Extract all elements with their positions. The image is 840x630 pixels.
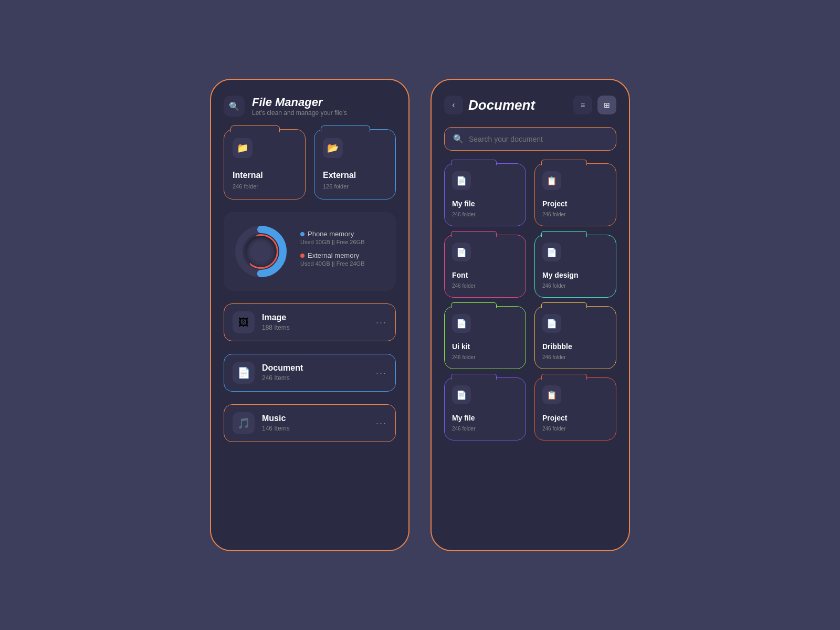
donut-chart (232, 223, 290, 280)
myfile-detail-1: 246 folder (452, 212, 475, 217)
app-title: File Manager (252, 96, 347, 109)
list-view-icon: ≡ (581, 101, 585, 109)
external-dot (300, 254, 304, 258)
document-text: Document 246 Items (262, 363, 369, 382)
image-text: Image 188 Items (262, 313, 369, 332)
music-name: Music (262, 414, 369, 423)
myfile-icon-1: 📄 (452, 171, 471, 190)
document-detail: 246 Items (262, 374, 290, 382)
project-detail-2: 246 folder (542, 426, 565, 432)
document-name: Document (262, 363, 369, 373)
list-view-button[interactable]: ≡ (573, 96, 592, 114)
uikit-name: Ui kit (452, 342, 518, 351)
storage-info: Phone memory Used 10GB || Free 26GB Exte… (300, 230, 387, 273)
project-name-1: Project (542, 200, 608, 208)
screens-container: 🔍 File Manager Let's clean and manage yo… (210, 79, 630, 551)
left-phone: 🔍 File Manager Let's clean and manage yo… (210, 79, 410, 551)
music-detail: 146 Items (262, 425, 290, 432)
dribbble-icon: 📄 (542, 314, 561, 333)
uikit-detail: 246 folder (452, 354, 475, 360)
external-detail: 126 folder (323, 183, 349, 190)
project-name-2: Project (542, 414, 608, 422)
mydesign-name: My design (542, 271, 608, 279)
app-subtitle: Let's clean and manage your file's (252, 109, 347, 117)
document-list-item[interactable]: 📄 Document 246 Items ··· (224, 354, 396, 392)
external-label: External (323, 171, 387, 180)
back-icon: ‹ (452, 100, 455, 110)
grid-folders: 📄 My file 246 folder 📋 Project 246 folde… (444, 163, 616, 440)
storage-section: Phone memory Used 10GB || Free 26GB Exte… (224, 212, 396, 291)
phone-detail: Used 10GB || Free 26GB (300, 239, 387, 245)
music-list-item[interactable]: 🎵 Music 146 Items ··· (224, 404, 396, 442)
external-mem-label: External memory (308, 251, 359, 259)
external-folder[interactable]: 📂 External 126 folder (314, 129, 396, 200)
uikit-folder[interactable]: 📄 Ui kit 246 folder (444, 306, 526, 369)
font-detail: 246 folder (452, 283, 475, 289)
folder-icon-external: 📂 (323, 138, 343, 158)
myfile-folder-1[interactable]: 📄 My file 246 folder (444, 163, 526, 226)
myfile-name-1: My file (452, 200, 518, 208)
search-bar: 🔍 (444, 127, 616, 151)
music-text: Music 146 Items (262, 414, 369, 433)
font-name: Font (452, 271, 518, 279)
music-more-icon[interactable]: ··· (376, 418, 387, 429)
back-button[interactable]: ‹ (444, 96, 463, 114)
image-name: Image (262, 313, 369, 322)
mydesign-folder[interactable]: 📄 My design 246 folder (534, 235, 616, 298)
internal-folder[interactable]: 📁 Internal 246 folder (224, 129, 306, 200)
project-folder-2[interactable]: 📋 Project 246 folder (534, 377, 616, 440)
folder-icon-internal: 📁 (233, 138, 253, 158)
search-input[interactable] (469, 135, 607, 143)
image-detail: 188 Items (262, 324, 290, 331)
doc-title: Document (468, 97, 568, 113)
uikit-icon: 📄 (452, 314, 471, 333)
myfile-name-2: My file (452, 414, 518, 422)
folder-row: 📁 Internal 246 folder 📂 External 126 fol… (224, 129, 396, 200)
grid-view-icon: ⊞ (604, 101, 610, 109)
document-more-icon[interactable]: ··· (376, 368, 387, 379)
dribbble-folder[interactable]: 📄 Dribbble 246 folder (534, 306, 616, 369)
mydesign-detail: 246 folder (542, 283, 565, 289)
font-folder[interactable]: 📄 Font 246 folder (444, 235, 526, 298)
external-memory: External memory Used 40GB || Free 24GB (300, 251, 387, 267)
myfile-folder-2[interactable]: 📄 My file 246 folder (444, 377, 526, 440)
phone-label: Phone memory (308, 230, 354, 238)
right-phone: ‹ Document ≡ ⊞ 🔍 📄 My file 246 folder 📋 (430, 79, 630, 551)
header-text: File Manager Let's clean and manage your… (252, 96, 347, 117)
myfile-detail-2: 246 folder (452, 426, 475, 432)
image-icon: 🖼 (233, 311, 255, 333)
phone-memory: Phone memory Used 10GB || Free 26GB (300, 230, 387, 245)
grid-view-button[interactable]: ⊞ (597, 96, 616, 114)
search-bar-icon: 🔍 (453, 134, 464, 144)
search-button[interactable]: 🔍 (224, 96, 245, 117)
project-folder-1[interactable]: 📋 Project 246 folder (534, 163, 616, 226)
internal-detail: 246 folder (233, 183, 258, 190)
doc-header: ‹ Document ≡ ⊞ (444, 96, 616, 114)
mydesign-icon: 📄 (542, 243, 561, 261)
font-icon: 📄 (452, 243, 471, 261)
dribbble-detail: 246 folder (542, 354, 565, 360)
document-icon: 📄 (233, 362, 255, 384)
project-detail-1: 246 folder (542, 212, 565, 217)
myfile-icon-2: 📄 (452, 385, 471, 404)
donut-center (245, 236, 277, 267)
left-header: 🔍 File Manager Let's clean and manage yo… (224, 96, 396, 117)
external-mem-detail: Used 40GB || Free 24GB (300, 260, 387, 267)
music-icon: 🎵 (233, 412, 255, 434)
image-more-icon[interactable]: ··· (376, 317, 387, 328)
project-icon-1: 📋 (542, 171, 561, 190)
project-icon-2: 📋 (542, 385, 561, 404)
internal-label: Internal (233, 171, 297, 180)
phone-dot (300, 232, 304, 236)
search-icon: 🔍 (229, 101, 239, 111)
image-list-item[interactable]: 🖼 Image 188 Items ··· (224, 303, 396, 341)
dribbble-name: Dribbble (542, 342, 608, 351)
